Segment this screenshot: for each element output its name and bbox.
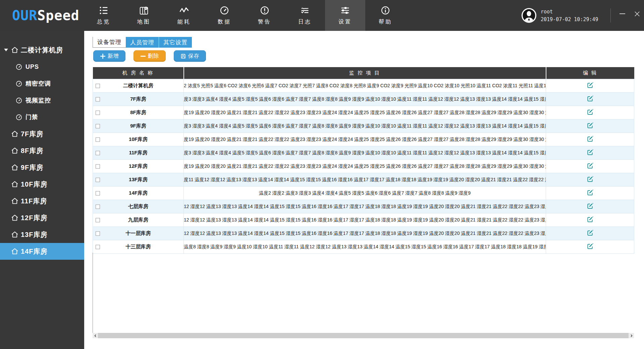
row-checkbox[interactable] [96, 191, 100, 195]
row-checkbox[interactable] [96, 178, 100, 182]
row-checkbox[interactable] [96, 245, 100, 249]
scroll-right-icon[interactable] [629, 333, 634, 338]
room-name: 七层库房 [128, 203, 148, 209]
horizontal-scrollbar[interactable] [93, 333, 634, 338]
room-name: 8F库房 [130, 109, 146, 115]
table-row: 14F库房温度2 湿度2 温度3 湿度3 温度4 湿度4 温度5 湿度5 温度6… [93, 187, 634, 200]
gauge-icon [15, 80, 22, 87]
tab-2[interactable]: 其它设置 [159, 37, 192, 48]
row-checkbox[interactable] [96, 218, 100, 222]
top-nav: 总览地图能耗数据警告日志设置帮助 [84, 0, 406, 31]
sidebar-item-0[interactable]: 二楼计算机房 [0, 42, 84, 58]
edit-icon[interactable] [587, 149, 593, 156]
close-icon[interactable] [633, 9, 641, 18]
sidebar-item-12[interactable]: 14F库房 [0, 243, 84, 260]
edit-icon[interactable] [587, 216, 593, 223]
add-button[interactable]: 新增 [93, 50, 125, 62]
sidebar-item-2[interactable]: 精密空调 [0, 75, 84, 92]
room-name-cell: 十三层库房 [93, 240, 184, 254]
scroll-left-icon[interactable] [93, 333, 98, 338]
home-icon [11, 147, 19, 155]
scrollbar-thumb[interactable] [98, 333, 629, 338]
edit-icon[interactable] [587, 176, 593, 183]
nav-label: 设置 [338, 18, 352, 26]
row-checkbox[interactable] [96, 84, 100, 88]
edit-icon[interactable] [587, 122, 593, 129]
room-name: 7F库房 [130, 96, 146, 102]
edit-cell [546, 79, 634, 93]
gauge-icon [219, 5, 229, 15]
edit-icon[interactable] [587, 243, 593, 250]
row-checkbox[interactable] [96, 137, 100, 142]
tab-1[interactable]: 人员管理 [126, 37, 159, 48]
settings-icon [340, 5, 350, 15]
row-checkbox[interactable] [96, 97, 100, 101]
table-body: 二楼计算机房2 浓度5 光照5 温度6 CO2 浓度6 光照6 温度7 CO2 … [93, 79, 634, 254]
list-icon [99, 5, 109, 15]
edit-icon[interactable] [587, 203, 593, 209]
nav-item-5[interactable]: 日志 [285, 0, 325, 31]
app-logo: OURSpeed [12, 7, 79, 23]
room-name: 10F库房 [129, 136, 148, 142]
sidebar-item-6[interactable]: 8F库房 [0, 142, 84, 159]
row-checkbox[interactable] [96, 164, 100, 168]
sidebar-item-5[interactable]: 7F库房 [0, 126, 84, 142]
sidebar-item-label: 9F库房 [21, 163, 43, 172]
nav-item-1[interactable]: 地图 [124, 0, 164, 31]
nav-item-0[interactable]: 总览 [84, 0, 124, 31]
user-meta: root 2019-07-02 10:29:49 [541, 8, 598, 23]
row-checkbox[interactable] [96, 231, 100, 236]
nav-item-2[interactable]: 能耗 [164, 0, 204, 31]
sidebar-item-label: 门禁 [25, 113, 38, 121]
tab-0[interactable]: 设备管理 [93, 37, 126, 48]
caret-down-icon[interactable] [4, 49, 11, 51]
edit-icon[interactable] [587, 109, 593, 115]
monitor-items-cell: 度19 温度20 湿度20 温度21 湿度21 温度22 湿度22 温度23 湿… [184, 160, 546, 173]
header-monitor-items: 监 控 项 目 [184, 67, 546, 79]
edit-icon[interactable] [587, 136, 593, 142]
sidebar-item-11[interactable]: 13F库房 [0, 226, 84, 243]
room-name: 9F库房 [130, 123, 146, 129]
edit-icon[interactable] [587, 162, 593, 169]
sidebar-item-label: 11F库房 [21, 197, 47, 206]
home-icon [11, 197, 19, 205]
user-avatar-icon[interactable] [521, 8, 537, 23]
sidebar-item-7[interactable]: 9F库房 [0, 159, 84, 176]
room-name: 13F库房 [129, 177, 148, 182]
edit-icon[interactable] [587, 82, 593, 89]
login-datetime: 2019-07-02 10:29:49 [541, 16, 598, 23]
sidebar-item-8[interactable]: 10F库房 [0, 176, 84, 193]
edit-cell [546, 119, 634, 133]
device-table-wrap: 机 房 名 称 监 控 项 目 编 辑 二楼计算机房2 浓度5 光照5 温度6 … [93, 67, 634, 254]
plus-icon [100, 53, 106, 59]
sidebar-item-1[interactable]: UPS [0, 58, 84, 75]
sidebar-item-9[interactable]: 11F库房 [0, 193, 84, 209]
sidebar-item-3[interactable]: 视频监控 [0, 92, 84, 109]
nav-item-6[interactable]: 设置 [325, 0, 365, 31]
header-room-name: 机 房 名 称 [93, 67, 184, 79]
delete-button[interactable]: 删除 [133, 50, 166, 62]
row-checkbox[interactable] [96, 124, 100, 128]
sidebar-item-4[interactable]: 门禁 [0, 109, 84, 126]
sidebar-item-10[interactable]: 12F库房 [0, 209, 84, 226]
user-name: root [541, 8, 598, 16]
row-checkbox[interactable] [96, 151, 100, 155]
nav-item-4[interactable]: 警告 [245, 0, 285, 31]
edit-cell [546, 213, 634, 227]
edit-icon[interactable] [587, 230, 593, 236]
table-row: 13F库房度11 温度12 湿度12 温度13 湿度13 温度14 湿度14 温… [93, 173, 634, 187]
room-name: 二楼计算机房 [123, 83, 153, 88]
room-name-cell: 11F库房 [93, 146, 184, 160]
minus-icon [140, 53, 146, 59]
minimize-icon[interactable] [618, 9, 627, 18]
table-row: 7F库房度3 湿度3 温度4 湿度4 温度5 湿度5 温度6 湿度6 温度7 湿… [93, 93, 634, 106]
nav-item-7[interactable]: 帮助 [365, 0, 406, 31]
edit-icon[interactable] [587, 95, 593, 102]
save-button[interactable]: 保存 [174, 50, 206, 62]
row-checkbox[interactable] [96, 204, 100, 209]
nav-item-3[interactable]: 数据 [204, 0, 245, 31]
edit-icon[interactable] [587, 189, 593, 196]
monitor-items-cell: 度11 温度12 湿度12 温度13 湿度13 温度14 湿度14 温度15 湿… [184, 173, 546, 187]
row-checkbox[interactable] [96, 110, 100, 115]
monitor-items-cell: 温度2 湿度2 温度3 湿度3 温度4 湿度4 温度5 湿度5 温度6 湿度6 … [184, 187, 546, 200]
